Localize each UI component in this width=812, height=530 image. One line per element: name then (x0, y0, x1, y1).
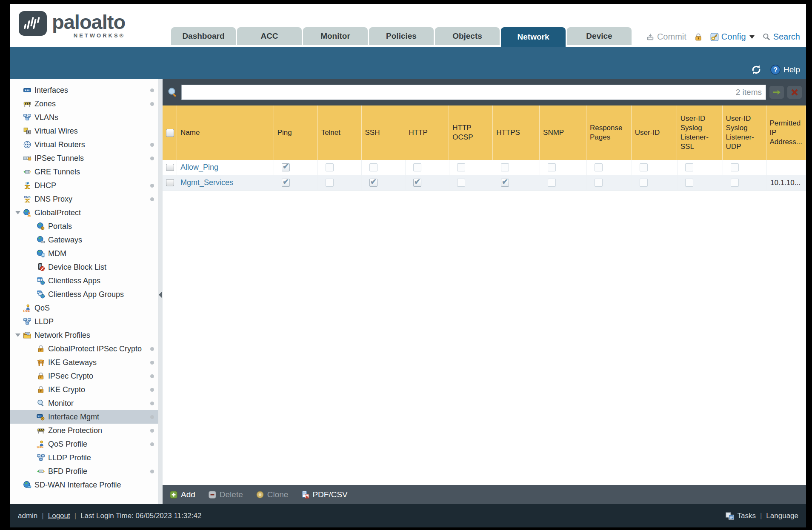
column-header-ping[interactable]: Ping (274, 105, 318, 160)
filter-input-wrap: 2 items (181, 85, 766, 100)
sidebar-item-interfaces[interactable]: Interfaces (10, 83, 158, 97)
sidebar-item-device-block-list[interactable]: Device Block List (10, 260, 158, 274)
tab-acc[interactable]: ACC (237, 27, 302, 45)
gp-ipsec-crypto-icon (37, 345, 45, 353)
service-checkbox-checked (413, 179, 421, 187)
sidebar-item-dhcp[interactable]: IPDHCP (10, 179, 158, 192)
sidebar-item-ike-gateways[interactable]: IKE Gateways (10, 356, 158, 369)
profile-name-link[interactable]: Mgmt_Services (180, 178, 233, 187)
sidebar-item-dns-proxy[interactable]: DNSDNS Proxy (10, 192, 158, 206)
sidebar-item-ipsec-crypto[interactable]: IPSec Crypto (10, 369, 158, 383)
sidebar-item-label: QoS Profile (48, 440, 149, 449)
column-header-user-id[interactable]: User-ID (632, 105, 677, 160)
service-cell-http (406, 175, 449, 190)
tab-objects[interactable]: Objects (435, 27, 500, 45)
search-label: Search (773, 32, 800, 42)
config-label: Config (721, 32, 746, 42)
tasks-button[interactable]: Tasks (725, 511, 755, 521)
help-button[interactable]: ? Help (770, 64, 800, 75)
sidebar-item-qos[interactable]: QoSQoS (10, 301, 158, 315)
sidebar-item-qos-profile[interactable]: QoSQoS Profile (10, 437, 158, 451)
sidebar-item-interface-mgmt[interactable]: Interface Mgmt (10, 410, 158, 424)
sidebar-item-vlans[interactable]: VLANs (10, 111, 158, 124)
sidebar-item-portals[interactable]: Portals (10, 219, 158, 233)
permitted-ip-cell: 10.1.10... (767, 175, 806, 190)
sidebar-item-clientless-app-groups[interactable]: Clientless App Groups (10, 288, 158, 301)
clear-filter-button[interactable] (787, 86, 802, 99)
column-header-name[interactable]: Name (177, 105, 274, 160)
lock-button[interactable] (694, 33, 703, 41)
content-area: 2 items NamePingTelnetSSHHTTPHTTP OCSPHT… (163, 79, 806, 504)
sidebar-item-virtual-routers[interactable]: Virtual Routers (10, 138, 158, 151)
logout-link[interactable]: Logout (48, 512, 70, 520)
separator: | (74, 512, 76, 520)
status-left: admin | Logout | Last Login Time: 06/05/… (18, 512, 201, 520)
pdf-csv-button[interactable]: PDF/CSV (301, 490, 347, 499)
sidebar-item-virtual-wires[interactable]: Virtual Wires (10, 124, 158, 138)
sidebar-item-label: BFD Profile (48, 467, 149, 476)
tab-network[interactable]: Network (501, 27, 566, 47)
sidebar-item-ipsec-tunnels[interactable]: IPSec Tunnels (10, 151, 158, 165)
sidebar-item-bfd-profile[interactable]: BFD Profile (10, 464, 158, 478)
column-header-http[interactable]: HTTP (405, 105, 449, 160)
sidebar-item-gre-tunnels[interactable]: GRE Tunnels (10, 165, 158, 179)
column-header-telnet[interactable]: Telnet (318, 105, 362, 160)
sidebar-item-clientless-apps[interactable]: Clientless Apps (10, 274, 158, 288)
sidebar-item-zones[interactable]: Zones (10, 97, 158, 111)
sidebar-item-globalprotect[interactable]: GlobalProtect (10, 206, 158, 219)
table-body: Allow_PingMgmt_Services10.1.10... (163, 160, 806, 191)
select-all-checkbox[interactable] (166, 129, 174, 137)
column-header-snmp[interactable]: SNMP (540, 105, 586, 160)
service-cell-user-id (632, 160, 678, 175)
expand-triangle-icon[interactable] (15, 211, 23, 214)
service-cell-user-id (632, 175, 678, 190)
ipsec-tunnels-icon (23, 154, 31, 162)
column-header-https[interactable]: HTTPS (493, 105, 540, 160)
lldp-icon (23, 317, 31, 326)
tab-policies[interactable]: Policies (369, 27, 434, 45)
row-select-checkbox[interactable] (166, 179, 174, 186)
refresh-icon[interactable] (750, 64, 762, 76)
config-menu-button[interactable]: Config (710, 32, 755, 42)
apply-filter-button[interactable] (769, 86, 784, 99)
search-icon (762, 33, 771, 41)
service-checkbox-unchecked (326, 179, 334, 187)
column-header-user-id-syslog-listener-ssl[interactable]: User-ID Syslog Listener-SSL (677, 105, 723, 160)
gateways-icon (37, 236, 45, 244)
tab-monitor[interactable]: Monitor (303, 27, 368, 45)
column-header-http-ocsp[interactable]: HTTP OCSP (449, 105, 493, 160)
sidebar-item-lldp[interactable]: LLDP (10, 315, 158, 328)
filter-input[interactable] (181, 85, 766, 100)
sidebar-item-network-profiles[interactable]: Network Profiles (10, 328, 158, 342)
tab-dashboard[interactable]: Dashboard (171, 27, 236, 45)
add-button[interactable]: Add (169, 490, 195, 499)
sidebar-item-zone-protection[interactable]: Zone Protection (10, 424, 158, 437)
row-select-checkbox[interactable] (166, 164, 174, 171)
sidebar-item-globalprotect-ipsec-crypto[interactable]: GlobalProtect IPSec Crypto (10, 342, 158, 356)
sidebar-item-label: Zones (34, 100, 149, 108)
sidebar-item-sd-wan-interface-profile[interactable]: SD-WAN Interface Profile (10, 478, 158, 492)
service-cell-user-id-syslog-listener-udp (723, 175, 767, 190)
sidebar-item-label: Virtual Routers (34, 140, 149, 149)
profile-name-link[interactable]: Allow_Ping (180, 163, 218, 172)
language-button[interactable]: Language (766, 512, 798, 520)
sidebar-item-gateways[interactable]: Gateways (10, 233, 158, 247)
clientless-apps-icon (37, 276, 45, 285)
clientless-app-groups-icon (37, 290, 45, 299)
global-search-button[interactable]: Search (762, 32, 800, 42)
column-header-ssh[interactable]: SSH (362, 105, 406, 160)
column-header-response-pages[interactable]: Response Pages (586, 105, 632, 160)
column-header-user-id-syslog-listener-udp[interactable]: User-ID Syslog Listener-UDP (723, 105, 766, 160)
tab-device[interactable]: Device (567, 27, 632, 45)
sidebar-item-lldp-profile[interactable]: LLDP Profile (10, 451, 158, 464)
sidebar-item-label: GlobalProtect IPSec Crypto (48, 345, 149, 353)
expand-triangle-icon[interactable] (15, 333, 23, 337)
sidebar-item-monitor[interactable]: Monitor (10, 396, 158, 410)
status-dot (150, 402, 154, 405)
sidebar-item-ike-crypto[interactable]: IKE Crypto (10, 383, 158, 396)
nav-tree: InterfacesZonesVLANsVirtual WiresVirtual… (10, 79, 158, 504)
column-header-permitted-ip-address[interactable]: Permitted IP Address... (766, 105, 806, 160)
collapse-sidebar-handle[interactable] (159, 292, 162, 298)
sidebar-item-mdm[interactable]: MDM (10, 247, 158, 260)
commit-button[interactable]: Commit (646, 32, 686, 42)
